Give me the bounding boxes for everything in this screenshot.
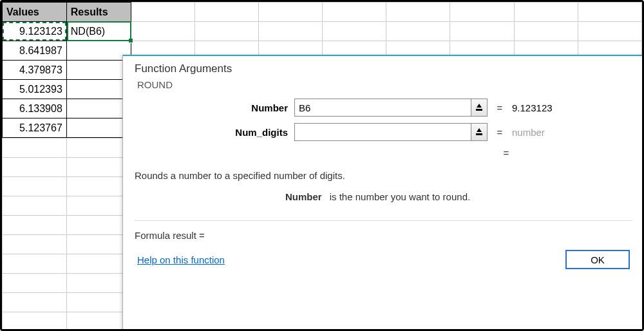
column-header-values[interactable]: Values (3, 3, 67, 22)
formula-result-label: Formula result = (135, 230, 205, 241)
argument-row-num-digits: Num_digits = number (140, 123, 627, 141)
grid-cell[interactable] (578, 3, 641, 22)
argument-input-number[interactable] (294, 99, 471, 117)
equals-sign: = (494, 102, 506, 113)
function-description: Rounds a number to a specified number of… (135, 170, 632, 202)
function-group: ROUND Number = 9.123123 Num_digits (135, 80, 632, 158)
grid-cell[interactable] (386, 3, 450, 22)
dialog-footer: Help on this function OK (135, 250, 632, 269)
cell-value[interactable]: 5.123767 (3, 118, 67, 138)
spreadsheet-grid-empty[interactable] (2, 138, 131, 331)
equals-sign: = (500, 147, 512, 158)
function-name-label: ROUND (135, 79, 175, 90)
function-description-text: Rounds a number to a specified number of… (135, 170, 632, 181)
grid-cell[interactable] (131, 3, 194, 22)
cell-result[interactable] (66, 80, 131, 99)
grid-cell[interactable] (514, 22, 578, 41)
svg-rect-0 (476, 109, 482, 111)
grid-cell[interactable] (194, 22, 258, 41)
cell-value[interactable]: 6.133908 (3, 99, 67, 118)
grid-cell[interactable] (450, 22, 514, 41)
grid-cell[interactable] (323, 22, 386, 41)
argument-label: Number (140, 102, 288, 113)
grid-cell[interactable] (514, 3, 578, 22)
argument-input-num-digits[interactable] (294, 123, 471, 141)
collapse-dialog-icon[interactable] (471, 123, 488, 141)
dialog-title: Function Arguments (123, 56, 644, 80)
svg-rect-1 (476, 133, 482, 135)
grid-cell[interactable] (131, 22, 194, 41)
ok-button[interactable]: OK (565, 250, 630, 269)
argument-row-number: Number = 9.123123 (140, 99, 627, 117)
argument-description-name: Number (285, 191, 322, 202)
argument-evaluated-placeholder: number (512, 127, 545, 138)
cell-value[interactable]: 5.012393 (3, 80, 67, 99)
cell-value[interactable]: 9.123123 (3, 22, 67, 41)
argument-description: Number is the number you want to round. (135, 191, 632, 202)
divider (135, 220, 632, 221)
grid-cell[interactable] (323, 3, 386, 22)
grid-cell[interactable] (194, 3, 258, 22)
grid-cell[interactable] (578, 22, 641, 41)
function-arguments-dialog: Function Arguments ROUND Number = 9.1231… (122, 55, 644, 331)
grid-cell[interactable] (258, 22, 322, 41)
cell-result[interactable] (66, 61, 131, 80)
cell-result[interactable] (66, 41, 131, 61)
grid-cell[interactable] (258, 3, 322, 22)
grid-cell[interactable] (450, 3, 514, 22)
argument-description-text: is the number you want to round. (330, 191, 470, 202)
formula-result: Formula result = (135, 230, 632, 241)
cell-value[interactable]: 8.641987 (3, 41, 67, 61)
overall-result-row: = (140, 147, 627, 158)
cell-value[interactable]: 4.379873 (3, 61, 67, 80)
argument-evaluated: 9.123123 (512, 102, 553, 113)
collapse-dialog-icon[interactable] (471, 99, 488, 117)
cell-result[interactable] (66, 118, 131, 138)
cell-result[interactable] (66, 99, 131, 118)
argument-label: Num_digits (140, 127, 288, 138)
help-link[interactable]: Help on this function (137, 254, 225, 265)
cell-result-editing[interactable]: ND(B6) (66, 22, 131, 41)
grid-cell[interactable] (386, 22, 450, 41)
equals-sign: = (494, 127, 506, 138)
column-header-results[interactable]: Results (66, 3, 131, 22)
